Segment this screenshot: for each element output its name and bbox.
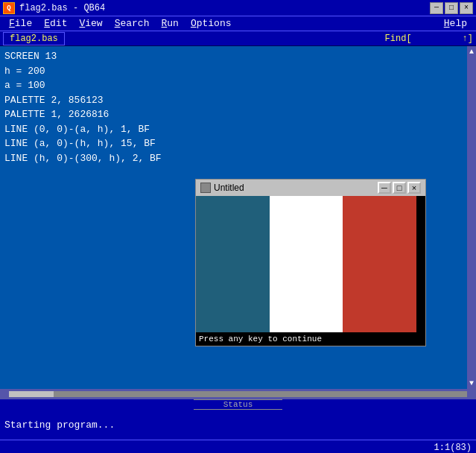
code-line-6: LINE (0, 0)-(a, h), 1, BF <box>4 122 472 137</box>
flag-red <box>343 196 416 332</box>
title-bar-controls: ─ □ × <box>430 2 473 14</box>
flag-container <box>196 196 425 332</box>
status-label: Status <box>194 399 283 410</box>
app-icon: Q <box>3 2 15 14</box>
popup-app-icon <box>200 183 211 193</box>
flag-white <box>270 196 343 332</box>
bottom-bar: 1:1(83) <box>0 440 476 453</box>
code-lines: SCREEN 13 h = 200 a = 100 PALETTE 2, 856… <box>4 49 472 165</box>
popup-window: Untitled ─ □ × Press any key to continue <box>195 179 426 346</box>
find-label: Find[ <box>385 34 412 44</box>
scroll-down-arrow[interactable]: ▼ <box>469 378 474 389</box>
menu-file[interactable]: File <box>3 16 38 31</box>
menu-help[interactable]: Help <box>438 16 473 31</box>
popup-title-bar: Untitled ─ □ × <box>196 180 425 196</box>
scroll-up-arrow[interactable]: ▲ <box>469 46 474 57</box>
right-scrollbar[interactable]: ▲ ▼ <box>467 46 476 389</box>
scroll-up-icon: ↑] <box>463 34 473 44</box>
code-line-7: LINE (a, 0)-(h, h), 15, BF <box>4 136 472 151</box>
popup-maximize-button[interactable]: □ <box>393 182 406 194</box>
flag-black-strip <box>416 196 425 332</box>
find-bar: Find[ ↑] <box>385 34 473 44</box>
file-tab[interactable]: flag2.bas <box>3 32 65 45</box>
editor-area[interactable]: SCREEN 13 h = 200 a = 100 PALETTE 2, 856… <box>0 46 476 389</box>
title-bar-left: Q flag2.bas - QB64 <box>3 2 105 14</box>
code-line-2: h = 200 <box>4 64 472 79</box>
code-line-8: LINE (h, 0)-(300, h), 2, BF <box>4 151 472 166</box>
popup-content: Press any key to continue <box>196 196 425 346</box>
menu-bar: File Edit View Search Run Options Help <box>0 16 476 31</box>
status-area: Status <box>0 399 476 410</box>
popup-controls: ─ □ × <box>378 182 421 194</box>
popup-title-left: Untitled <box>200 183 244 193</box>
find-input[interactable] <box>415 34 460 44</box>
popup-status-bar: Press any key to continue <box>196 332 425 346</box>
maximize-button[interactable]: □ <box>445 2 458 14</box>
code-line-4: PALETTE 2, 856123 <box>4 93 472 108</box>
title-text: flag2.bas - QB64 <box>19 3 105 13</box>
menu-run[interactable]: Run <box>155 16 184 31</box>
menu-options[interactable]: Options <box>185 16 238 31</box>
title-bar: Q flag2.bas - QB64 ─ □ × <box>0 0 476 16</box>
menu-view[interactable]: View <box>73 16 108 31</box>
popup-title-text: Untitled <box>214 183 244 193</box>
menu-edit[interactable]: Edit <box>38 16 73 31</box>
code-line-3: a = 100 <box>4 78 472 93</box>
code-line-1: SCREEN 13 <box>4 49 472 64</box>
console-area: Starting program... <box>0 410 476 440</box>
h-scrollbar-thumb[interactable] <box>9 391 54 397</box>
toolbar: flag2.bas Find[ ↑] <box>0 31 476 46</box>
popup-status-text: Press any key to continue <box>199 335 322 343</box>
h-scrollbar-track[interactable] <box>9 391 467 397</box>
console-text: Starting program... <box>4 419 115 431</box>
app-icon-label: Q <box>7 4 10 12</box>
horizontal-scrollbar[interactable] <box>0 389 476 399</box>
close-button[interactable]: × <box>460 2 473 14</box>
popup-close-button[interactable]: × <box>407 182 421 194</box>
flag-blue <box>196 196 270 332</box>
popup-minimize-button[interactable]: ─ <box>378 182 391 194</box>
minimize-button[interactable]: ─ <box>430 2 443 14</box>
cursor-position: 1:1(83) <box>434 443 472 453</box>
menu-search[interactable]: Search <box>109 16 156 31</box>
code-line-5: PALETTE 1, 2626816 <box>4 107 472 122</box>
